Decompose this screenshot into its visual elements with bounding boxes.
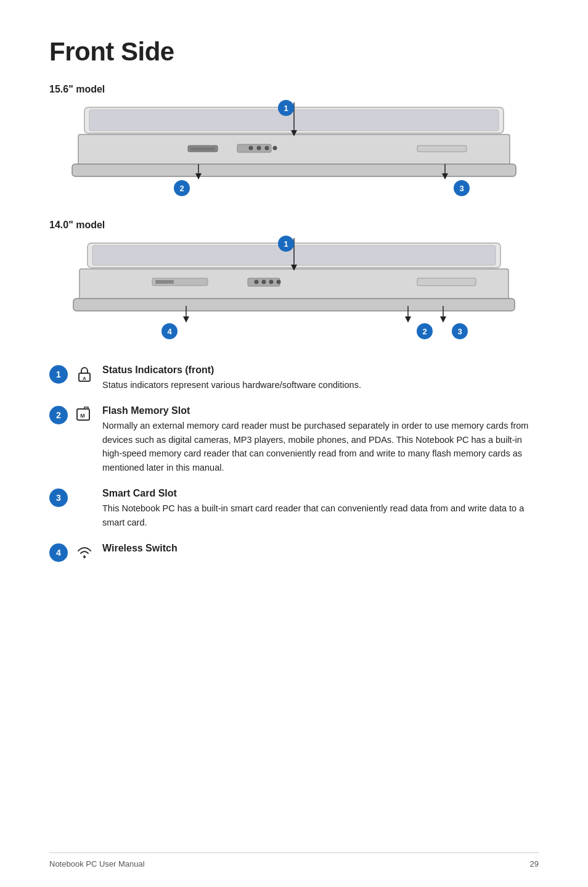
svg-point-7: [265, 146, 269, 151]
wireless-icon: [74, 543, 95, 561]
desc-number-4: 4: [49, 543, 68, 562]
model1-section: 15.6" model: [49, 84, 539, 201]
desc-item-3: 3 Smart Card Slot This Notebook PC has a…: [49, 488, 539, 529]
svg-rect-29: [417, 278, 476, 286]
footer-left: Notebook PC User Manual: [49, 859, 145, 868]
svg-point-8: [273, 146, 277, 151]
page-title: Front Side: [49, 37, 539, 67]
arrow-4-model2: [177, 306, 195, 326]
model1-label: 15.6" model: [49, 84, 539, 95]
desc-content-2: Flash Memory Slot Normally an external m…: [102, 405, 539, 474]
svg-marker-33: [183, 316, 189, 323]
desc-title-4: Wireless Switch: [102, 543, 539, 554]
footer-right: 29: [530, 859, 539, 868]
desc-title-2: Flash Memory Slot: [102, 405, 539, 416]
desc-number-3: 3: [49, 489, 68, 507]
svg-text:A: A: [83, 376, 86, 381]
svg-point-24: [262, 280, 266, 284]
desc-text-2: Normally an external memory card reader …: [102, 419, 539, 474]
flash-memory-icon: M: [74, 405, 95, 424]
callout-1-model2: 1: [278, 236, 294, 252]
page: Front Side 15.6" model: [0, 0, 588, 887]
svg-marker-17: [442, 173, 448, 179]
arrow-3-model1: [436, 164, 454, 183]
laptop-diagram-2: [66, 238, 522, 321]
desc-item-4: 4 Wireless Switch: [49, 543, 539, 562]
svg-point-25: [269, 280, 274, 284]
description-section: 1 A Status Indicators (front) Status ind…: [49, 365, 539, 562]
svg-rect-28: [155, 280, 174, 284]
desc-text-1: Status indicators represent various hard…: [102, 378, 539, 392]
arrow-3b-model2: [434, 306, 452, 326]
svg-point-23: [255, 280, 259, 284]
svg-text:M: M: [80, 413, 85, 419]
svg-marker-15: [195, 173, 202, 179]
svg-point-26: [277, 280, 281, 284]
svg-rect-10: [190, 147, 215, 151]
desc-title-3: Smart Card Slot: [102, 488, 539, 499]
callout-4-model2: 4: [161, 323, 178, 339]
callout-2-model2: 2: [417, 323, 433, 339]
model2-label: 14.0" model: [49, 220, 539, 231]
status-indicator-icon: A: [74, 365, 95, 383]
arrow-2b-model2: [399, 306, 417, 326]
desc-content-4: Wireless Switch: [102, 543, 539, 556]
model2-section: 14.0" model: [49, 220, 539, 346]
svg-marker-37: [440, 316, 446, 323]
desc-number-1: 1: [49, 365, 68, 384]
callout-2-model1: 2: [174, 180, 190, 196]
desc-text-3: This Notebook PC has a built-in smart ca…: [102, 501, 539, 529]
footer: Notebook PC User Manual 29: [49, 852, 539, 868]
svg-marker-35: [405, 316, 411, 323]
callout-3-model1: 3: [454, 180, 470, 196]
desc-content-1: Status Indicators (front) Status indicat…: [102, 365, 539, 392]
desc-title-1: Status Indicators (front): [102, 365, 539, 376]
smart-card-icon: [74, 488, 95, 506]
svg-point-5: [249, 146, 253, 151]
lock-a-icon: A: [76, 365, 92, 382]
wireless-switch-icon: [75, 543, 94, 561]
callout-3-model2: 3: [452, 323, 468, 339]
svg-point-6: [257, 146, 261, 151]
callout-1-model1: 1: [278, 100, 294, 116]
desc-number-2: 2: [49, 406, 68, 424]
svg-rect-11: [417, 146, 467, 152]
desc-item-2: 2 M Flash Memory Slot Normally an extern…: [49, 405, 539, 474]
desc-content-3: Smart Card Slot This Notebook PC has a b…: [102, 488, 539, 529]
card-m-icon: M: [76, 406, 93, 423]
desc-item-1: 1 A Status Indicators (front) Status ind…: [49, 365, 539, 392]
arrow-2-model1: [189, 164, 208, 183]
svg-point-42: [83, 556, 86, 558]
